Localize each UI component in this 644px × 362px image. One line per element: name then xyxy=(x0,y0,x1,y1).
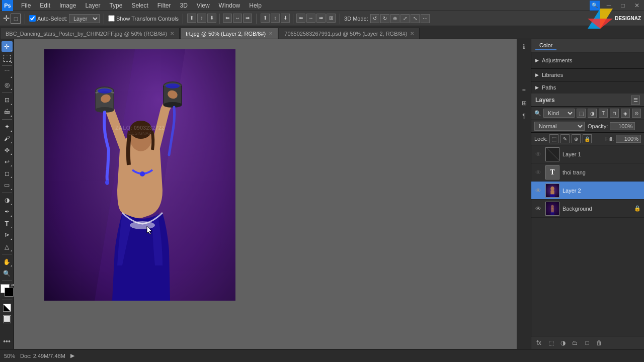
eraser-tool[interactable]: ◻ xyxy=(2,168,13,178)
history-brush-tool[interactable]: ↩ xyxy=(2,156,13,167)
filter-type-btn[interactable]: T xyxy=(599,109,608,118)
menu-filter[interactable]: Filter xyxy=(153,1,175,10)
hand-tool[interactable]: ✋ xyxy=(2,256,13,267)
menu-3d[interactable]: 3D xyxy=(176,1,191,10)
tab-706[interactable]: 706502583267991.psd @ 50% (Layer 2, RGB/… xyxy=(279,28,420,39)
spot-heal-tool[interactable]: ✦ xyxy=(2,122,13,132)
menu-window[interactable]: Window xyxy=(215,1,245,10)
align-right-btn[interactable]: ➡ xyxy=(243,14,252,23)
menu-layer[interactable]: Layer xyxy=(81,1,104,10)
clone-stamp-tool[interactable]: ✜ xyxy=(2,145,13,155)
align-left-btn[interactable]: ⬅ xyxy=(223,14,232,23)
align-vert-center-btn[interactable]: ↕ xyxy=(197,14,206,23)
tab-trt-close[interactable]: ✕ xyxy=(269,31,273,36)
quick-select-tool[interactable]: ◎ xyxy=(2,79,13,90)
layer-item-background[interactable]: 👁 xyxy=(531,200,644,218)
pen-tool[interactable]: ✒ xyxy=(2,207,13,217)
bg-visibility[interactable]: 👁 xyxy=(534,205,542,213)
quick-mask-btn[interactable] xyxy=(2,302,13,313)
thoi-trang-visibility[interactable]: 👁 xyxy=(534,168,542,176)
auto-select-checkbox[interactable]: Auto-Select: Layer Group xyxy=(29,14,100,23)
menu-select[interactable]: Select xyxy=(127,1,152,10)
3d-contract-btn[interactable]: ⤡ xyxy=(411,14,420,23)
transform-input[interactable] xyxy=(108,15,115,22)
brush-tool[interactable]: 🖌 xyxy=(2,133,13,144)
layers-kind-select[interactable]: Kind xyxy=(543,109,575,118)
dist-top-btn[interactable]: ⬆ xyxy=(261,14,270,23)
background-color[interactable] xyxy=(5,288,14,297)
dist-right-btn[interactable]: ➡ xyxy=(316,14,326,23)
3d-more-btn[interactable]: ⋯ xyxy=(421,14,430,23)
fg-bg-color[interactable]: ⇄ xyxy=(1,284,14,297)
gradient-tool[interactable]: ▭ xyxy=(2,179,13,190)
lasso-tool[interactable]: ⌒ xyxy=(2,68,13,78)
rectangular-marquee-tool[interactable] xyxy=(2,53,13,63)
add-adj-btn[interactable]: ◑ xyxy=(558,338,568,347)
lock-all-btn[interactable]: 🔒 xyxy=(583,134,592,143)
3d-target-btn[interactable]: ⊕ xyxy=(390,14,399,23)
dist-left-btn[interactable]: ⬅ xyxy=(296,14,305,23)
add-mask-btn[interactable]: ⬚ xyxy=(546,338,555,347)
tab-bbc[interactable]: BBC_Dancing_stars_Poster_by_CHIN2OFF.jpg… xyxy=(0,28,180,39)
menu-help[interactable]: Help xyxy=(245,1,266,10)
menu-view[interactable]: View xyxy=(193,1,214,10)
dist-vert-btn[interactable]: ↕ xyxy=(271,14,280,23)
layer-item-thoi-trang[interactable]: 👁 T thoi trang xyxy=(531,163,644,182)
add-group-btn[interactable]: 🗀 xyxy=(571,338,580,347)
type-tool[interactable]: T xyxy=(2,218,13,229)
layer-item-2[interactable]: 👁 xyxy=(531,182,644,200)
libraries-header[interactable]: ▶ Libraries xyxy=(535,71,640,79)
tab-706-close[interactable]: ✕ xyxy=(410,31,414,36)
fill-input[interactable] xyxy=(616,135,641,143)
dist-all-btn[interactable]: ⊞ xyxy=(327,14,336,23)
menu-edit[interactable]: Edit xyxy=(36,1,54,10)
align-bottom-btn[interactable]: ⬇ xyxy=(207,14,216,23)
3d-expand-btn[interactable]: ⤢ xyxy=(400,14,410,23)
transform-checkbox[interactable]: Show Transform Controls xyxy=(108,15,179,22)
layers-panel-menu[interactable]: ☰ xyxy=(631,96,640,105)
layer-comp-icon[interactable]: ⊞ xyxy=(519,98,530,109)
layer-1-visibility[interactable]: 👁 xyxy=(534,150,542,158)
info-icon[interactable]: ℹ xyxy=(519,41,530,52)
auto-select-input[interactable] xyxy=(29,15,36,22)
add-fx-btn[interactable]: fx xyxy=(534,338,543,347)
eyedropper-tool[interactable]: 🖮 xyxy=(2,107,13,117)
3d-reset-btn[interactable]: ↻ xyxy=(380,14,389,23)
shape-tool[interactable]: △ xyxy=(2,241,13,252)
blend-mode-select[interactable]: Normal xyxy=(534,122,585,131)
filter-toggle-btn[interactable]: ⊙ xyxy=(632,109,641,118)
paragraph-icon[interactable]: ¶ xyxy=(519,111,530,122)
menu-type[interactable]: Type xyxy=(105,1,126,10)
dist-bottom-btn[interactable]: ⬇ xyxy=(281,14,290,23)
tab-bbc-close[interactable]: ✕ xyxy=(170,31,174,36)
align-horiz-center-btn[interactable]: ↔ xyxy=(233,14,242,23)
lock-position-btn[interactable]: ✎ xyxy=(560,134,570,143)
tab-trt[interactable]: trt.jpg @ 50% (Layer 2, RGB/8#) ✕ xyxy=(180,28,278,39)
auto-select-dropdown[interactable]: Layer Group xyxy=(69,14,100,23)
add-layer-btn[interactable]: □ xyxy=(583,338,592,347)
align-top-btn[interactable]: ⬆ xyxy=(187,14,196,23)
crop-tool[interactable]: ⊡ xyxy=(2,95,13,105)
delete-layer-btn[interactable]: 🗑 xyxy=(595,338,604,347)
adjustments-header[interactable]: ▶ Adjustments xyxy=(535,56,640,64)
adjustments-icon[interactable]: ≈ xyxy=(519,84,530,96)
lock-artboard-btn[interactable]: ⊕ xyxy=(572,134,581,143)
menu-image[interactable]: Image xyxy=(55,1,80,10)
move-tool[interactable]: ✛ xyxy=(2,41,13,52)
screen-mode-btn[interactable]: ⬜ xyxy=(2,314,13,324)
path-select-tool[interactable]: ⊳ xyxy=(2,230,13,240)
filter-smart-btn[interactable]: ◈ xyxy=(621,109,630,118)
opacity-input[interactable] xyxy=(610,122,635,130)
lock-pixels-btn[interactable]: ⬚ xyxy=(549,134,558,143)
filter-pixel-btn[interactable]: ⬚ xyxy=(577,109,586,118)
layer-2-visibility[interactable]: 👁 xyxy=(534,187,542,195)
3d-rotate-btn[interactable]: ↺ xyxy=(370,14,379,23)
paths-header[interactable]: ▶ Paths xyxy=(535,83,640,92)
tab-color[interactable]: Color xyxy=(535,41,556,50)
dist-horiz-btn[interactable]: ↔ xyxy=(306,14,315,23)
zoom-tool[interactable]: 🔍 xyxy=(2,268,13,279)
menu-file[interactable]: File xyxy=(17,1,35,10)
filter-shape-btn[interactable]: ⊓ xyxy=(610,109,619,118)
filter-adj-btn[interactable]: ◑ xyxy=(588,109,597,118)
layer-item-1[interactable]: 👁 Layer 1 xyxy=(531,145,644,163)
